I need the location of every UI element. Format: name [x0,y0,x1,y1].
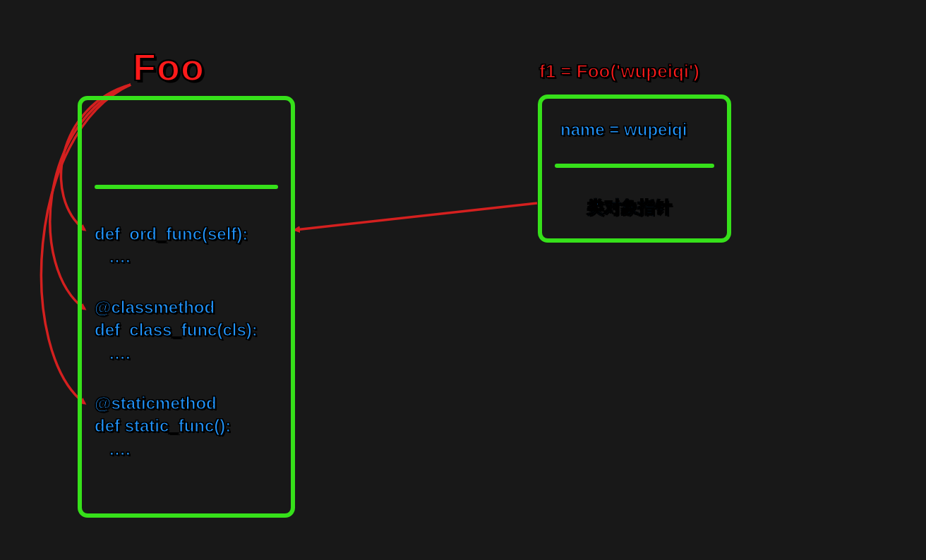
class-title: Foo [133,45,205,89]
method-static-func: @staticmethod def static_func(): …. [95,392,231,461]
instance-pointer-label: 类对象指针 [587,196,672,219]
instance-attribute: name = wupeiqi [560,118,687,141]
method-class-func: @classmethod def class_func(cls): …. [95,296,258,365]
instance-box [538,95,731,243]
instance-box-divider [555,164,714,168]
instance-title: f1 = Foo('wupeiqi') [539,61,699,83]
diagram-stage: Foo def ord_func(self): …. @classmethod … [0,0,926,560]
method-ord-func: def ord_func(self): …. [95,223,248,269]
arrow-instance-to-class [295,203,537,230]
class-box-divider [95,185,278,189]
